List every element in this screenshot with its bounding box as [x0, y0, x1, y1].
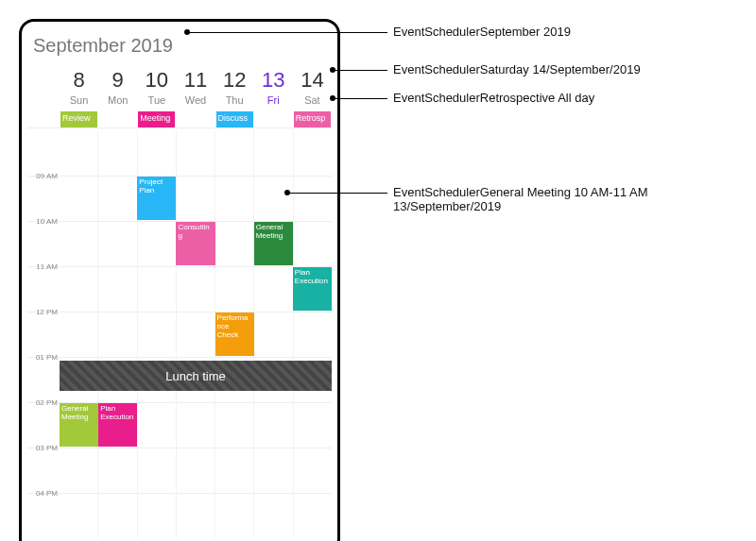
- leader-line: [187, 32, 387, 33]
- day-name: Tue: [137, 94, 176, 106]
- day-header-tue[interactable]: 10Tue: [137, 68, 176, 106]
- day-name: Mon: [98, 94, 137, 106]
- allday-event[interactable]: Discuss: [216, 111, 253, 127]
- leader-line: [287, 193, 387, 194]
- annotation-label: EventSchedulerSeptember 2019: [393, 25, 571, 39]
- day-number: 11: [176, 68, 215, 93]
- time-label: 11 AM: [27, 262, 60, 307]
- allday-cell: [254, 111, 293, 127]
- leader-dot: [330, 67, 335, 73]
- day-number: 13: [254, 68, 293, 93]
- event[interactable]: Project Plan: [137, 177, 176, 220]
- annotation-label: EventSchedulerRetrospective All day: [393, 91, 594, 105]
- day-header-row: 8Sun9Mon10Tue11Wed12Thu13Fri14Sat: [27, 68, 332, 106]
- leader-dot: [184, 29, 190, 35]
- leader-line: [333, 98, 387, 99]
- time-label: 12 PM: [27, 308, 60, 352]
- allday-cell: Retrosp: [293, 111, 332, 127]
- events-layer: Project PlanConsultingGeneral MeetingPla…: [60, 130, 332, 538]
- allday-cell: [176, 111, 215, 127]
- leader-dot: [284, 190, 290, 195]
- event[interactable]: Performance Check: [215, 313, 254, 356]
- month-title: September 2019: [27, 35, 332, 68]
- day-header-mon[interactable]: 9Mon: [98, 68, 137, 106]
- day-number: 14: [293, 68, 332, 93]
- day-name: Fri: [254, 94, 293, 106]
- day-name: Wed: [176, 94, 215, 106]
- event[interactable]: General Meeting: [60, 403, 98, 447]
- time-label: 02 PM: [27, 398, 60, 443]
- time-label: 03 PM: [27, 444, 60, 488]
- time-label: [27, 126, 60, 171]
- day-header-sat[interactable]: 14Sat: [293, 68, 332, 106]
- time-label: 09 AM: [27, 172, 60, 216]
- event[interactable]: General Meeting: [254, 222, 293, 265]
- event[interactable]: Plan Execution: [98, 403, 137, 447]
- span-band-lunch: Lunch time: [60, 361, 332, 391]
- annotation-label: EventSchedulerSaturday 14/September/2019: [393, 62, 641, 76]
- event[interactable]: Plan Execution: [293, 267, 332, 311]
- day-header-sun[interactable]: 8Sun: [60, 68, 98, 106]
- allday-event[interactable]: Review: [60, 111, 97, 127]
- allday-cell: Review: [60, 111, 98, 127]
- allday-event[interactable]: Meeting: [138, 111, 175, 127]
- allday-cell: Meeting: [137, 111, 176, 127]
- day-header-thu[interactable]: 12Thu: [215, 68, 254, 106]
- day-name: Thu: [215, 94, 254, 106]
- day-number: 10: [137, 68, 176, 93]
- day-number: 9: [98, 68, 137, 93]
- day-name: Sun: [60, 94, 98, 106]
- leader-dot: [330, 95, 335, 101]
- day-header-fri[interactable]: 13Fri: [254, 68, 293, 106]
- event[interactable]: Consulting: [176, 222, 215, 265]
- allday-cell: Discuss: [215, 111, 254, 127]
- time-label: 04 PM: [27, 489, 60, 533]
- time-label: 01 PM: [27, 353, 60, 397]
- day-header-wed[interactable]: 11Wed: [176, 68, 215, 106]
- annotation-label: EventSchedulerGeneral Meeting 10 AM-11 A…: [393, 185, 677, 213]
- day-number: 8: [60, 68, 98, 93]
- allday-cell: [98, 111, 137, 127]
- calendar-week-view: September 2019 8Sun9Mon10Tue11Wed12Thu13…: [19, 19, 340, 541]
- allday-row: ReviewMeetingDiscussRetrosp: [27, 111, 332, 128]
- day-name: Sat: [293, 94, 332, 106]
- leader-line: [333, 70, 387, 71]
- allday-event[interactable]: Retrosp: [294, 111, 331, 127]
- time-label: 10 AM: [27, 217, 60, 262]
- day-number: 12: [215, 68, 254, 93]
